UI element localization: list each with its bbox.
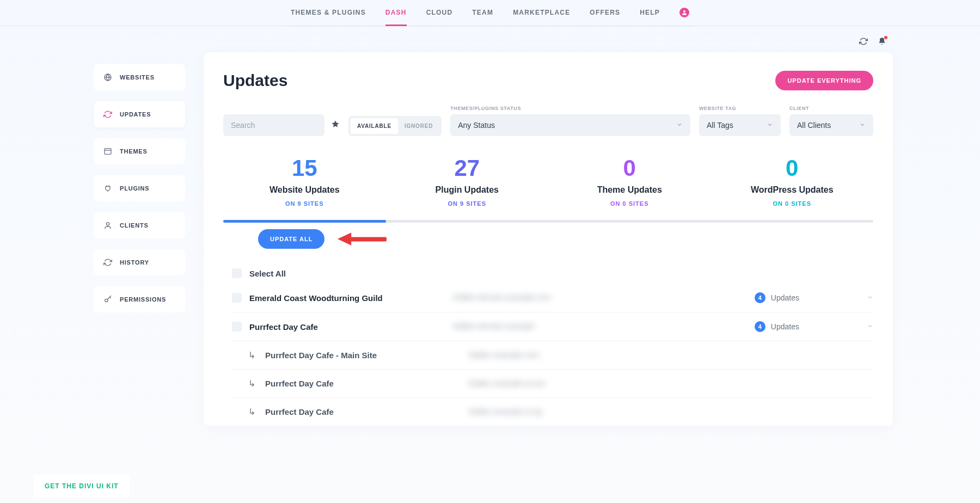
toggle-ignored[interactable]: IGNORED xyxy=(398,118,439,134)
expand-toggle[interactable] xyxy=(867,322,873,332)
nav-dash[interactable]: DASH xyxy=(385,0,407,26)
nav-themes-plugins[interactable]: THEMES & PLUGINS xyxy=(291,0,366,26)
stat-number: 0 xyxy=(711,156,874,181)
star-icon xyxy=(331,120,340,128)
child-arrow-icon: ↳ xyxy=(248,407,255,417)
site-url-redacted: hidden.example.d.org xyxy=(469,407,610,417)
filter-tag-label: WEBSITE TAG xyxy=(699,106,781,111)
filter-client-select[interactable]: All Clients xyxy=(789,114,873,136)
site-name: Emerald Coast Woodturning Guild xyxy=(249,293,445,303)
site-url-redacted: hidden-domain.example.com xyxy=(453,293,595,303)
stat-theme-updates[interactable]: 0 Theme Updates ON 0 SITES xyxy=(548,156,711,218)
sidebar-item-label: THEMES xyxy=(120,148,148,155)
callout-arrow xyxy=(338,231,387,247)
stat-number: 0 xyxy=(548,156,711,181)
notifications-button[interactable] xyxy=(878,37,886,48)
search-input[interactable] xyxy=(223,114,324,136)
count-badge: 4 xyxy=(755,321,765,332)
svg-point-4 xyxy=(105,299,108,302)
updates-count: 4 Updates xyxy=(755,321,799,332)
subsite-row: ↳ Purrfect Day Cafe hidden.example.d.com xyxy=(232,370,873,398)
update-all-button[interactable]: UPDATE ALL xyxy=(258,229,324,249)
filter-client-label: CLIENT xyxy=(789,106,873,111)
select-value: All Clients xyxy=(797,121,831,130)
sidebar-item-websites[interactable]: WEBSITES xyxy=(94,64,185,90)
layout-icon xyxy=(103,147,112,156)
nav-offers[interactable]: OFFERS xyxy=(590,0,620,26)
refresh-button[interactable] xyxy=(859,37,868,48)
toolbar-icons xyxy=(859,37,886,48)
sidebar-item-themes[interactable]: THEMES xyxy=(94,138,185,164)
sidebar-item-label: PLUGINS xyxy=(120,185,150,192)
user-icon xyxy=(681,9,688,16)
avatar[interactable] xyxy=(679,8,689,17)
row-checkbox[interactable] xyxy=(232,322,242,332)
subsite-name: Purrfect Day Cafe - Main Site xyxy=(265,351,461,360)
site-url-redacted: hidden.example.com xyxy=(469,351,610,360)
chevron-down-icon xyxy=(676,121,683,130)
plug-icon xyxy=(103,184,112,193)
subsite-row: ↳ Purrfect Day Cafe - Main Site hidden.e… xyxy=(232,341,873,370)
key-icon xyxy=(103,295,112,304)
svg-rect-2 xyxy=(105,149,111,155)
row-checkbox[interactable] xyxy=(232,293,242,303)
sidebar-item-plugins[interactable]: PLUGINS xyxy=(94,175,185,201)
stats-underline xyxy=(223,220,873,223)
nav-cloud[interactable]: CLOUD xyxy=(426,0,453,26)
site-name: Purrfect Day Cafe xyxy=(249,322,445,332)
site-url-redacted: hidden-domain.example xyxy=(453,322,595,332)
stat-wordpress-updates[interactable]: 0 WordPress Updates ON 0 SITES xyxy=(711,156,874,218)
stat-subtext: ON 9 SITES xyxy=(386,200,549,207)
chevron-down-icon xyxy=(867,323,873,329)
select-value: All Tags xyxy=(707,121,733,130)
count-badge: 4 xyxy=(755,292,765,303)
status-toggle: AVAILABLE IGNORED xyxy=(348,116,442,136)
filter-status-label: THEMES/PLUGINS STATUS xyxy=(450,106,690,111)
stats-row: 15 Website Updates ON 9 SITES 27 Plugin … xyxy=(223,156,873,218)
filter-status-select[interactable]: Any Status xyxy=(450,114,690,136)
update-everything-button[interactable]: UPDATE EVERYTHING xyxy=(775,71,873,90)
subsite-name: Purrfect Day Cafe xyxy=(265,379,461,388)
sidebar-item-label: HISTORY xyxy=(120,259,149,266)
stat-website-updates[interactable]: 15 Website Updates ON 9 SITES xyxy=(223,156,386,218)
select-value: Any Status xyxy=(458,121,495,130)
sidebar-item-clients[interactable]: CLIENTS xyxy=(94,212,185,238)
stat-number: 15 xyxy=(223,156,386,181)
footer-cta[interactable]: GET THE DIVI UI KIT xyxy=(34,475,130,498)
nav-team[interactable]: TEAM xyxy=(472,0,493,26)
subsite-row: ↳ Purrfect Day Cafe hidden.example.d.org xyxy=(232,398,873,426)
stat-label: Plugin Updates xyxy=(386,185,549,195)
top-nav: THEMES & PLUGINS DASH CLOUD TEAM MARKETP… xyxy=(0,0,980,26)
stats-underline-active xyxy=(223,220,386,223)
favorite-button[interactable] xyxy=(331,120,340,131)
count-label: Updates xyxy=(771,322,799,331)
sidebar-item-updates[interactable]: UPDATES xyxy=(94,101,185,127)
sidebar-item-label: WEBSITES xyxy=(120,74,155,81)
main-panel: Updates UPDATE EVERYTHING AVAILABLE IGNO… xyxy=(204,52,893,426)
nav-marketplace[interactable]: MARKETPLACE xyxy=(513,0,570,26)
stat-plugin-updates[interactable]: 27 Plugin Updates ON 9 SITES xyxy=(386,156,549,218)
notification-dot xyxy=(884,36,887,39)
chevron-down-icon xyxy=(867,294,873,300)
sidebar-item-label: CLIENTS xyxy=(120,222,149,229)
filter-tag-select[interactable]: All Tags xyxy=(699,114,781,136)
expand-toggle[interactable] xyxy=(867,293,873,303)
sidebar-item-label: PERMISSIONS xyxy=(120,296,166,303)
site-row: Emerald Coast Woodturning Guild hidden-d… xyxy=(232,284,873,312)
stat-label: Theme Updates xyxy=(548,185,711,195)
updates-count: 4 Updates xyxy=(755,292,799,303)
count-label: Updates xyxy=(771,293,799,302)
sidebar-item-history[interactable]: HISTORY xyxy=(94,249,185,275)
stat-subtext: ON 0 SITES xyxy=(548,200,711,207)
globe-icon xyxy=(103,73,112,82)
updates-list: Select All Emerald Coast Woodturning Gui… xyxy=(223,260,873,426)
svg-point-0 xyxy=(683,10,685,13)
user-icon xyxy=(103,221,112,230)
select-all-label: Select All xyxy=(249,269,445,278)
select-all-checkbox[interactable] xyxy=(232,268,242,278)
svg-rect-5 xyxy=(350,237,387,242)
sidebar-item-permissions[interactable]: PERMISSIONS xyxy=(94,286,185,312)
nav-help[interactable]: HELP xyxy=(640,0,660,26)
child-arrow-icon: ↳ xyxy=(248,378,255,389)
toggle-available[interactable]: AVAILABLE xyxy=(351,118,398,134)
